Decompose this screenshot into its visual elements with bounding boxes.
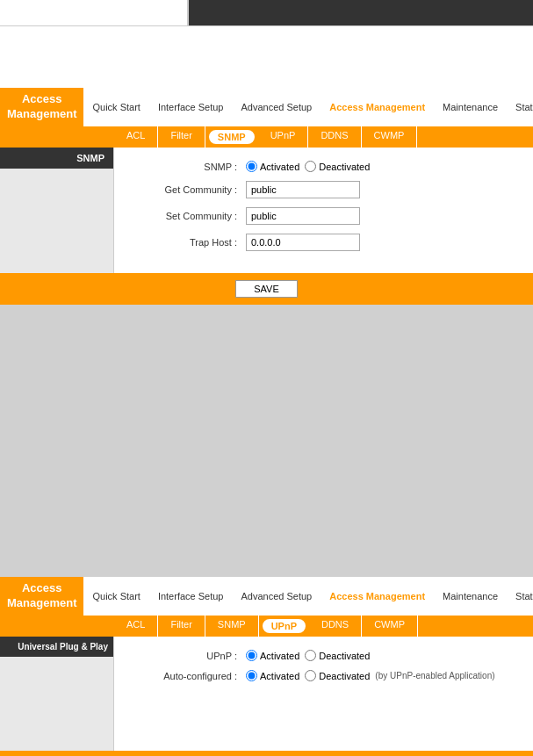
upnp-row: UPnP : Activated Deactivated [132,650,515,661]
sub-nav-2: ACL Filter SNMP UPnP DDNS CWMP [0,616,533,637]
nav-interface-setup-2[interactable]: Interface Setup [149,577,233,616]
get-community-control [246,181,360,198]
nav-items-2: Quick Start Interface Setup Advanced Set… [83,577,533,616]
auto-configured-row: Auto-configured : Activated Deactivated … [132,670,515,681]
get-community-input[interactable] [246,181,360,198]
save-button-1[interactable]: SAVE [235,280,298,298]
sidebar-title-2: Universal Plug & Play [0,637,113,657]
content-area-1: SNMP SNMP : Activated Deactivated [0,148,533,273]
trap-host-label: Trap Host : [132,237,246,248]
sub-items-2: ACL Filter SNMP UPnP DDNS CWMP [114,616,533,637]
save-bar-1: SAVE [0,273,533,305]
snmp-deactivated-label[interactable]: Deactivated [305,161,370,172]
content-area-2: Universal Plug & Play UPnP : Activated D… [0,637,533,751]
snmp-activated-radio[interactable] [246,161,257,172]
nav-bar-2: Access Management Quick Start Interface … [0,577,533,616]
sub-ddns-1[interactable]: DDNS [308,126,361,148]
upnp-deactivated-radio[interactable] [305,650,316,661]
upnp-activated-text: Activated [260,651,299,661]
sub-items-1: ACL Filter SNMP UPnP DDNS CWMP [114,126,533,148]
set-community-input[interactable] [246,207,360,225]
nav-access-management-1[interactable]: Access Management [321,88,434,126]
upnp-deactivated-label[interactable]: Deactivated [305,650,370,661]
white-space [0,26,533,88]
sub-upnp-1[interactable]: UPnP [258,126,309,148]
upnp-label: UPnP : [132,651,246,661]
sub-cwmp-2[interactable]: CWMP [362,616,418,637]
sidebar-title-1: SNMP [0,148,113,169]
snmp-section: Access Management Quick Start Interface … [0,88,533,305]
upnp-activated-label[interactable]: Activated [246,650,299,661]
auto-note: (by UPnP-enabled Application) [375,671,494,680]
brand-1: Access Management [0,88,83,126]
main-content-1: SNMP : Activated Deactivated Get Communi… [114,148,533,273]
trap-host-control [246,234,360,251]
upnp-section: Access Management Quick Start Interface … [0,577,533,756]
sidebar-1: SNMP [0,148,114,273]
nav-quick-start-2[interactable]: Quick Start [83,577,148,616]
sub-nav-1: ACL Filter SNMP UPnP DDNS CWMP [0,126,533,148]
trap-host-row: Trap Host : [132,234,515,251]
set-community-label: Set Community : [132,211,246,221]
gap [0,322,533,577]
upnp-activated-radio[interactable] [246,650,257,661]
sub-filter-1[interactable]: Filter [158,126,205,148]
nav-interface-setup-1[interactable]: Interface Setup [149,88,233,126]
snmp-deactivated-radio[interactable] [305,161,316,172]
set-community-row: Set Community : [132,207,515,225]
sub-cwmp-1[interactable]: CWMP [362,126,418,148]
sub-nav-brand-1 [0,126,114,148]
top-bar [0,0,533,26]
nav-access-management-2[interactable]: Access Management [321,577,434,616]
sub-snmp-1[interactable]: SNMP [207,128,256,146]
trap-host-input[interactable] [246,234,360,251]
auto-deactivated-radio[interactable] [305,670,316,681]
nav-advanced-setup-2[interactable]: Advanced Setup [232,577,321,616]
sub-snmp-2[interactable]: SNMP [205,616,259,637]
save-bar-2: SAVE [0,751,533,756]
auto-deactivated-text: Deactivated [319,671,370,681]
auto-deactivated-label[interactable]: Deactivated [305,670,370,681]
auto-configured-radio-group: Activated Deactivated (by UPnP-enabled A… [246,670,495,681]
snmp-label: SNMP : [132,162,246,172]
nav-items-1: Quick Start Interface Setup Advanced Set… [83,88,533,126]
snmp-radio-group: Activated Deactivated [246,161,370,172]
nav-status-2[interactable]: Status [507,577,533,616]
brand-2: Access Management [0,577,83,616]
snmp-deactivated-text: Deactivated [319,162,370,172]
auto-configured-label: Auto-configured : [132,671,246,681]
set-community-control [246,207,360,225]
get-community-label: Get Community : [132,184,246,195]
sub-acl-1[interactable]: ACL [114,126,158,148]
sub-ddns-2[interactable]: DDNS [309,616,362,637]
nav-status-1[interactable]: Status [507,88,533,126]
auto-activated-label[interactable]: Activated [246,670,299,681]
brand-label-2: Access Management [7,581,76,611]
sub-filter-2[interactable]: Filter [158,616,205,637]
upnp-radio-group: Activated Deactivated [246,650,370,661]
nav-bar-1: Access Management Quick Start Interface … [0,88,533,126]
main-content-2: UPnP : Activated Deactivated Auto-config… [114,637,533,751]
snmp-activated-text: Activated [260,162,299,172]
sub-upnp-2[interactable]: UPnP [261,617,307,635]
snmp-activated-label[interactable]: Activated [246,161,299,172]
snmp-row: SNMP : Activated Deactivated [132,161,515,172]
sub-nav-brand-2 [0,616,114,637]
auto-activated-text: Activated [260,671,299,681]
sidebar-2: Universal Plug & Play [0,637,114,751]
sub-acl-2[interactable]: ACL [114,616,158,637]
nav-maintenance-1[interactable]: Maintenance [434,88,507,126]
upnp-deactivated-text: Deactivated [319,651,370,661]
nav-advanced-setup-1[interactable]: Advanced Setup [232,88,321,126]
auto-activated-radio[interactable] [246,670,257,681]
get-community-row: Get Community : [132,181,515,198]
top-bar-right [189,0,533,25]
nav-maintenance-2[interactable]: Maintenance [434,577,507,616]
brand-label-1: Access Management [7,92,76,122]
top-bar-left [0,0,189,25]
nav-quick-start-1[interactable]: Quick Start [83,88,148,126]
